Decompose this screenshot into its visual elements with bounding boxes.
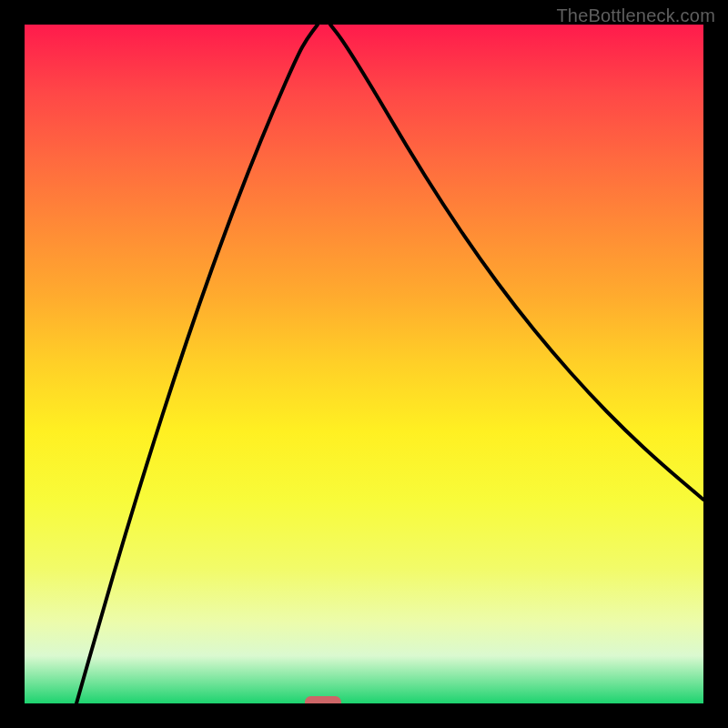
curve-right-branch [330,25,703,500]
chart-plot-area [25,25,703,703]
optimal-marker [305,696,341,703]
bottleneck-curve [25,25,703,703]
watermark-text: TheBottleneck.com [556,5,715,26]
curve-left-branch [76,25,318,703]
